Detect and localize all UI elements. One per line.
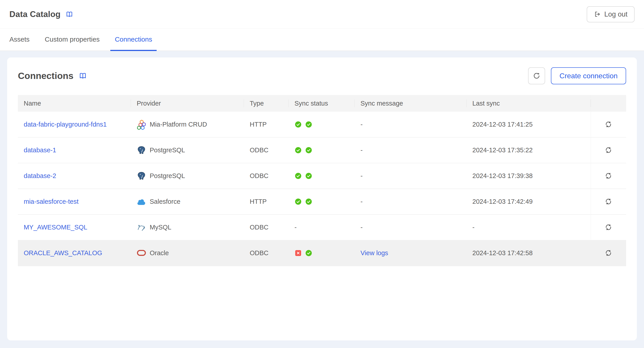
tab-assets[interactable]: Assets: [5, 29, 34, 51]
cell-name: database-1: [18, 137, 131, 163]
refresh-button[interactable]: [528, 67, 545, 84]
success-icon: [305, 198, 312, 205]
cell-name: MY_AWESOME_SQL: [18, 215, 131, 240]
type-label: ODBC: [250, 146, 268, 154]
postgresql-icon: [137, 171, 146, 181]
cell-type: ODBC: [244, 215, 289, 240]
provider-label: PostgreSQL: [150, 172, 185, 180]
cell-sync-message: -: [355, 189, 466, 215]
connection-name-link[interactable]: database-1: [24, 146, 56, 154]
app-title-group: Data Catalog: [10, 9, 73, 19]
sync-connection-button[interactable]: [603, 222, 614, 232]
connections-table: NameProviderTypeSync statusSync messageL…: [18, 95, 626, 266]
sync-connection-button[interactable]: [603, 196, 614, 207]
sync-icon: [604, 146, 612, 154]
type-label: HTTP: [250, 121, 267, 128]
cell-provider: Oracle: [131, 240, 244, 266]
connection-name-link[interactable]: mia-salesforce-test: [24, 198, 78, 205]
success-icon: [294, 172, 302, 180]
postgresql-icon: [137, 146, 146, 155]
cell-sync-message: View logs: [355, 240, 466, 266]
cell-type: ODBC: [244, 137, 289, 163]
cell-actions: [591, 112, 626, 137]
logout-icon: [594, 11, 601, 18]
sync-connection-button[interactable]: [603, 248, 614, 258]
sync-icon: [604, 223, 612, 231]
tab-bar: AssetsCustom propertiesConnections: [0, 29, 644, 51]
cell-last-sync: 2024-12-03 17:42:49: [466, 189, 591, 215]
column-header-label: Name: [24, 100, 41, 107]
oracle-icon: [137, 249, 146, 258]
cell-actions: [591, 137, 626, 163]
table-header: NameProviderTypeSync statusSync messageL…: [18, 95, 626, 112]
last-sync-text: 2024-12-03 17:35:22: [472, 146, 532, 154]
reload-icon: [533, 72, 540, 80]
cell-sync-message: -: [355, 215, 466, 240]
cell-sync-message: -: [355, 137, 466, 163]
panel-actions: Create connection: [528, 67, 626, 84]
last-sync-text: 2024-12-03 17:42:58: [472, 249, 532, 257]
connection-name-link[interactable]: MY_AWESOME_SQL: [24, 224, 87, 231]
cell-sync-status: [289, 112, 355, 137]
cell-type: HTTP: [244, 189, 289, 215]
cell-last-sync: 2024-12-03 17:35:22: [466, 137, 591, 163]
panel-title-group: Connections: [18, 71, 87, 81]
sync-icon: [604, 249, 612, 257]
provider-label: MySQL: [150, 224, 172, 231]
success-icon: [294, 198, 302, 205]
last-sync-text: -: [472, 224, 474, 231]
tab-custom-properties[interactable]: Custom properties: [40, 29, 104, 51]
column-header-label: Provider: [137, 100, 161, 107]
success-icon: [305, 146, 312, 154]
sync-message-text: -: [360, 224, 363, 231]
book-icon[interactable]: [66, 10, 73, 18]
main-content: Connections Crea: [0, 51, 644, 341]
cell-sync-status: -: [289, 215, 355, 240]
cell-sync-status: [289, 189, 355, 215]
provider-label: Mia-Platform CRUD: [150, 121, 207, 128]
cell-last-sync: 2024-12-03 17:39:38: [466, 163, 591, 189]
column-header-sync-message: Sync message: [355, 95, 466, 112]
sync-icon: [604, 121, 612, 128]
table-row: mia-salesforce-testSalesforceHTTP-2024-1…: [18, 189, 626, 215]
column-header-provider: Provider: [131, 95, 244, 112]
view-logs-link[interactable]: View logs: [360, 249, 388, 257]
logout-button[interactable]: Log out: [587, 6, 634, 22]
success-icon: [305, 249, 312, 257]
type-label: HTTP: [250, 198, 267, 205]
cell-last-sync: 2024-12-03 17:42:58: [466, 240, 591, 266]
tab-connections[interactable]: Connections: [110, 29, 157, 51]
table-row: database-2PostgreSQLODBC-2024-12-03 17:3…: [18, 163, 626, 189]
sync-connection-button[interactable]: [603, 119, 614, 129]
cell-name: mia-salesforce-test: [18, 189, 131, 215]
sync-message-text: -: [360, 146, 363, 154]
last-sync-text: 2024-12-03 17:39:38: [472, 172, 532, 179]
cell-type: ODBC: [244, 163, 289, 189]
provider-label: Oracle: [150, 249, 169, 257]
book-icon[interactable]: [79, 72, 87, 80]
column-header-name: Name: [18, 95, 131, 112]
last-sync-text: 2024-12-03 17:42:49: [472, 198, 532, 205]
connection-name-link[interactable]: ORACLE_AWS_CATALOG: [24, 249, 102, 257]
last-sync-text: 2024-12-03 17:41:25: [472, 121, 532, 128]
connection-name-link[interactable]: data-fabric-playground-fdns1: [24, 121, 107, 128]
cell-type: HTTP: [244, 112, 289, 137]
sync-message-text: -: [360, 121, 363, 128]
sync-connection-button[interactable]: [603, 171, 614, 181]
cell-sync-status: [289, 240, 355, 266]
table-row: MY_AWESOME_SQLMySQLODBC---: [18, 215, 626, 240]
cell-actions: [591, 189, 626, 215]
salesforce-icon: [137, 197, 146, 206]
cell-type: ODBC: [244, 240, 289, 266]
sync-connection-button[interactable]: [603, 145, 614, 155]
success-icon: [294, 121, 302, 128]
cell-sync-message: -: [355, 163, 466, 189]
logout-label: Log out: [604, 10, 628, 18]
column-header-label: Sync message: [360, 100, 403, 107]
connection-name-link[interactable]: database-2: [24, 172, 56, 179]
cell-sync-message: -: [355, 112, 466, 137]
success-icon: [294, 146, 302, 154]
create-connection-button[interactable]: Create connection: [551, 67, 626, 84]
success-icon: [305, 172, 312, 180]
sync-icon: [604, 198, 612, 205]
